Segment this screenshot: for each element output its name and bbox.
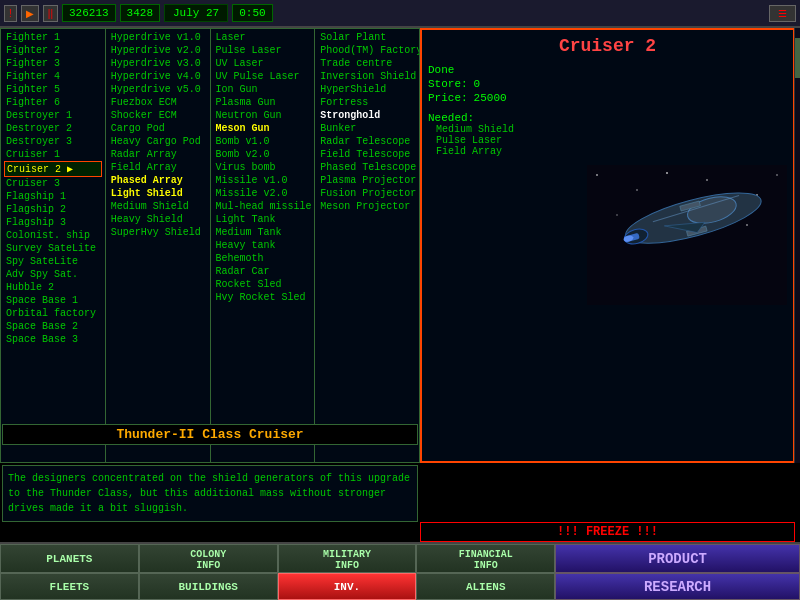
research-btn[interactable]: RESEARCH xyxy=(555,573,800,600)
structure-item[interactable]: Meson Projector xyxy=(318,200,416,213)
weapon-item[interactable]: Hvy Rocket Sled xyxy=(214,291,312,304)
buildings-btn[interactable]: BUILDINGS xyxy=(139,573,278,600)
structure-item[interactable]: Plasma Projector xyxy=(318,174,416,187)
inv-btn[interactable]: INV. xyxy=(278,573,417,600)
red-exclaim-btn[interactable]: ! xyxy=(4,5,17,22)
product-btn[interactable]: PRODUCT xyxy=(555,544,800,573)
weapon-item-medium-tank[interactable]: Medium Tank xyxy=(214,226,312,239)
ship-item[interactable]: Cruiser 1 xyxy=(4,148,102,161)
ship-item[interactable]: Fighter 4 xyxy=(4,70,102,83)
list-container: Fighter 1 Fighter 2 Fighter 3 Fighter 4 … xyxy=(0,28,420,463)
equip-item[interactable]: Fuezbox ECM xyxy=(109,96,207,109)
ship-item[interactable]: Colonist. ship xyxy=(4,229,102,242)
equip-item[interactable]: Cargo Pod xyxy=(109,122,207,135)
weapon-item[interactable]: Missile v2.0 xyxy=(214,187,312,200)
ship-image xyxy=(428,165,787,305)
ship-item[interactable]: Destroyer 3 xyxy=(4,135,102,148)
weapons-panel: Laser Pulse Laser UV Laser UV Pulse Lase… xyxy=(211,28,316,463)
ship-item[interactable]: Spy SateLite xyxy=(4,255,102,268)
equip-item[interactable]: SuperHvy Shield xyxy=(109,226,207,239)
equip-item[interactable]: Radar Array xyxy=(109,148,207,161)
fleets-btn[interactable]: FLEETS xyxy=(0,573,139,600)
freeze-bar: !!! FREEZE !!! xyxy=(420,522,795,542)
weapon-item[interactable]: Pulse Laser xyxy=(214,44,312,57)
colony-info-btn[interactable]: COLONYINFO xyxy=(139,544,278,573)
ship-item-selected[interactable]: Cruiser 2 ▶ xyxy=(4,161,102,177)
done-label: Done xyxy=(428,64,454,76)
weapon-item[interactable]: UV Laser xyxy=(214,57,312,70)
credits-display: 326213 xyxy=(62,4,116,22)
ship-item[interactable]: Hubble 2 xyxy=(4,281,102,294)
financial-info-btn[interactable]: FINANCIALINFO xyxy=(416,544,555,573)
weapon-item[interactable]: Bomb v2.0 xyxy=(214,148,312,161)
equip-item-phased-array[interactable]: Phased Array xyxy=(109,174,207,187)
menu-btn[interactable]: ☰ xyxy=(769,5,796,22)
structure-item[interactable]: Inversion Shield xyxy=(318,70,416,83)
structure-item[interactable]: Radar Telescope xyxy=(318,135,416,148)
structure-item[interactable]: Solar Plant xyxy=(318,31,416,44)
equip-item[interactable]: Field Array xyxy=(109,161,207,174)
scrollbar[interactable] xyxy=(794,28,800,463)
equip-item[interactable]: Hyperdrive v5.0 xyxy=(109,83,207,96)
ship-item[interactable]: Fighter 3 xyxy=(4,57,102,70)
weapon-item-meson[interactable]: Meson Gun xyxy=(214,122,312,135)
planets-btn[interactable]: PLANETS xyxy=(0,544,139,573)
structure-item[interactable]: HyperShield xyxy=(318,83,416,96)
ship-item[interactable]: Flagship 3 xyxy=(4,216,102,229)
ship-item[interactable]: Space Base 2 xyxy=(4,320,102,333)
equip-item[interactable]: Heavy Shield xyxy=(109,213,207,226)
equip-item[interactable]: Heavy Cargo Pod xyxy=(109,135,207,148)
structure-item-stronghold[interactable]: Stronghold xyxy=(318,109,416,122)
equip-item[interactable]: Hyperdrive v2.0 xyxy=(109,44,207,57)
ship-item[interactable]: Space Base 1 xyxy=(4,294,102,307)
ship-item[interactable]: Destroyer 2 xyxy=(4,122,102,135)
structure-item[interactable]: Phood(TM) Factory xyxy=(318,44,416,57)
ship-item[interactable]: Survey SateLite xyxy=(4,242,102,255)
weapon-item-behemoth[interactable]: Behemoth xyxy=(214,252,312,265)
military-info-btn[interactable]: MILITARYINFO xyxy=(278,544,417,573)
equip-item-light-shield[interactable]: Light Shield xyxy=(109,187,207,200)
weapon-item[interactable]: Rocket Sled xyxy=(214,278,312,291)
ship-item[interactable]: Flagship 2 xyxy=(4,203,102,216)
ship-item[interactable]: Cruiser 3 xyxy=(4,177,102,190)
weapon-item[interactable]: Plasma Gun xyxy=(214,96,312,109)
structure-item[interactable]: Bunker xyxy=(318,122,416,135)
ship-item[interactable]: Fighter 6 xyxy=(4,96,102,109)
weapon-item[interactable]: Bomb v1.0 xyxy=(214,135,312,148)
ship-item[interactable]: Fighter 1 xyxy=(4,31,102,44)
equip-item[interactable]: Medium Shield xyxy=(109,200,207,213)
weapon-item-light-tank[interactable]: Light Tank xyxy=(214,213,312,226)
structure-item[interactable]: Trade centre xyxy=(318,57,416,70)
ship-item[interactable]: Fighter 2 xyxy=(4,44,102,57)
ship-item[interactable]: Flagship 1 xyxy=(4,190,102,203)
weapon-item-heavy-tank[interactable]: Heavy tank xyxy=(214,239,312,252)
equip-item[interactable]: Shocker ECM xyxy=(109,109,207,122)
structure-item[interactable]: Fortress xyxy=(318,96,416,109)
structure-item-phased-telescope[interactable]: Phased Telescope xyxy=(318,161,416,174)
pause-btn[interactable]: || xyxy=(43,5,58,22)
ship-item[interactable]: Destroyer 1 xyxy=(4,109,102,122)
ship-item[interactable]: Orbital factory xyxy=(4,307,102,320)
weapon-item[interactable]: Radar Car xyxy=(214,265,312,278)
equip-item[interactable]: Hyperdrive v1.0 xyxy=(109,31,207,44)
structure-item[interactable]: Field Telescope xyxy=(318,148,416,161)
weapon-item[interactable]: Laser xyxy=(214,31,312,44)
weapon-item[interactable]: Missile v1.0 xyxy=(214,174,312,187)
aliens-btn[interactable]: ALIENS xyxy=(416,573,555,600)
weapon-item[interactable]: Neutron Gun xyxy=(214,109,312,122)
weapon-item[interactable]: Virus bomb xyxy=(214,161,312,174)
weapon-item[interactable]: UV Pulse Laser xyxy=(214,70,312,83)
ship-item[interactable]: Adv Spy Sat. xyxy=(4,268,102,281)
equip-item[interactable]: Hyperdrive v4.0 xyxy=(109,70,207,83)
ship-item[interactable]: Space Base 3 xyxy=(4,333,102,346)
weapon-item[interactable]: Mul-head missile xyxy=(214,200,312,213)
scrollbar-thumb[interactable] xyxy=(795,38,800,78)
equip-item[interactable]: Hyperdrive v3.0 xyxy=(109,57,207,70)
btn-row-2: FLEETS BUILDINGS INV. ALIENS RESEARCH xyxy=(0,573,800,600)
btn-row-1: PLANETS COLONYINFO MILITARYINFO FINANCIA… xyxy=(0,544,800,573)
store-value: 0 xyxy=(474,78,481,90)
ship-item[interactable]: Fighter 5 xyxy=(4,83,102,96)
right-arrow-btn[interactable]: ▶ xyxy=(21,5,39,22)
weapon-item[interactable]: Ion Gun xyxy=(214,83,312,96)
structure-item-fusion[interactable]: Fusion Projector xyxy=(318,187,416,200)
